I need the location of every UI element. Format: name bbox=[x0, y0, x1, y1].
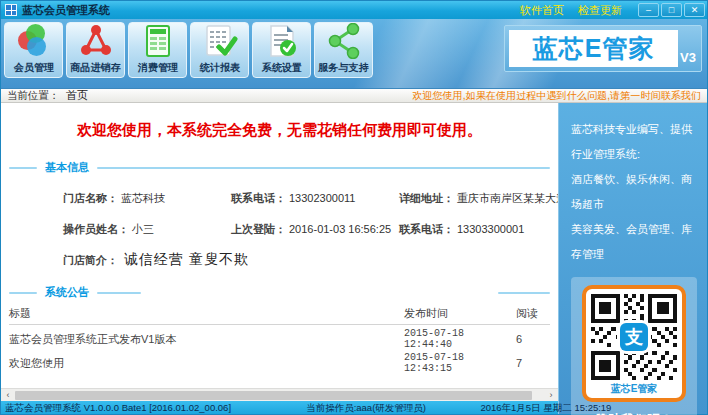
breadcrumb-label: 当前位置： bbox=[7, 88, 59, 102]
announcement-title[interactable]: 蓝芯会员管理系统正式发布V1版本 bbox=[9, 332, 404, 347]
brand-logo-box: 蓝芯E管家 bbox=[509, 30, 678, 67]
welcome-message: 欢迎您使用，本系统完全免费，无需花销任何费用即可使用。 bbox=[1, 121, 558, 140]
toolbar-button-label: 消费管理 bbox=[137, 61, 177, 75]
software-home-link[interactable]: 软件首页 bbox=[520, 3, 564, 18]
basic-info-grid: 门店名称：蓝芯科技 联系电话：13302300011 详细地址：重庆市南岸区某某… bbox=[63, 191, 558, 237]
field-operator-name: 操作员姓名：小三 bbox=[63, 222, 231, 237]
qr-card: 支 蓝芯E管家 bbox=[582, 285, 686, 402]
status-version: 蓝芯会员管理系统 V1.0.0.0 Bate1 [2016.01.02_00.0… bbox=[5, 401, 231, 414]
toolbar-button-label: 商品进销存 bbox=[70, 61, 121, 75]
field-phone1: 联系电话：13302300011 bbox=[231, 191, 399, 206]
check-update-link[interactable]: 检查更新 bbox=[578, 3, 622, 18]
alipay-logo-icon: 支 bbox=[620, 323, 648, 351]
alipay-qr-code: 支 bbox=[591, 294, 677, 380]
settings-check-icon bbox=[264, 23, 300, 59]
toolbar-button-inventory[interactable]: 商品进销存 bbox=[66, 22, 125, 78]
status-operator: 当前操作员:aaa(研发管理员) bbox=[306, 401, 426, 414]
toolbar-button-label: 系统设置 bbox=[261, 61, 301, 75]
status-datetime: 2016年1月5日 星期二 15:25:19 bbox=[480, 401, 611, 414]
col-time: 发布时间 bbox=[404, 306, 516, 321]
announcement-time: 2015-07-18 12:43:15 bbox=[404, 352, 516, 374]
announcements-header-row: 标题 发布时间 阅读 bbox=[9, 306, 550, 325]
announcement-time: 2015-07-18 12:44:40 bbox=[404, 328, 516, 350]
toolbar-button-label: 统计报表 bbox=[199, 61, 239, 75]
app-icon bbox=[5, 4, 17, 16]
inventory-molecule-icon bbox=[78, 23, 114, 59]
qr-caption: 蓝芯E管家 bbox=[611, 382, 658, 396]
section-header-announcements: 系统公告 bbox=[9, 285, 550, 300]
main-toolbar: 会员管理 商品进销存 bbox=[1, 19, 707, 89]
announcement-title[interactable]: 欢迎您使用 bbox=[9, 356, 404, 371]
col-title: 标题 bbox=[9, 306, 404, 321]
brand-logo: 蓝芯E管家 V3 bbox=[504, 25, 702, 72]
main-content: 欢迎您使用，本系统完全免费，无需花销任何费用即可使用。 基本信息 门店名称：蓝芯… bbox=[1, 103, 558, 388]
breadcrumb-home-link[interactable]: 首页 bbox=[66, 88, 88, 103]
members-venn-icon bbox=[16, 23, 52, 59]
minimize-button[interactable]: – bbox=[638, 3, 659, 17]
close-button[interactable]: ✕ bbox=[684, 3, 705, 17]
sidebar-intro-line: 酒店餐饮、娱乐休闲、商场超市 bbox=[571, 167, 697, 217]
announcement-row[interactable]: 欢迎您使用 2015-07-18 12:43:15 7 bbox=[9, 351, 550, 375]
brand-logo-version: V3 bbox=[680, 50, 696, 65]
window-title: 蓝芯会员管理系统 bbox=[22, 3, 110, 18]
right-sidebar: 蓝芯科技专业编写、提供行业管理系统: 酒店餐饮、娱乐休闲、商场超市 美容美发、会… bbox=[558, 103, 707, 414]
toolbar-button-consume[interactable]: 消费管理 bbox=[128, 22, 187, 78]
status-bar: 蓝芯会员管理系统 V1.0.0.0 Bate1 [2016.01.02_00.0… bbox=[1, 401, 558, 414]
horizontal-scrollbar[interactable]: ‹ › bbox=[1, 388, 558, 401]
consume-table-icon bbox=[140, 23, 176, 59]
announcements-table: 标题 发布时间 阅读 蓝芯会员管理系统正式发布V1版本 2015-07-18 1… bbox=[9, 306, 550, 375]
brand-logo-text: 蓝芯E管家 bbox=[533, 32, 655, 65]
field-store-name: 门店名称：蓝芯科技 bbox=[63, 191, 231, 206]
maximize-button[interactable]: □ bbox=[661, 3, 682, 17]
section-title: 系统公告 bbox=[45, 285, 89, 300]
field-store-intro: 门店简介： 诚信经营 童叟不欺 bbox=[63, 251, 558, 269]
field-last-login: 上次登陆：2016-01-03 16:56:25 bbox=[231, 222, 399, 237]
support-share-icon bbox=[326, 23, 362, 59]
col-reads: 阅读 bbox=[516, 306, 550, 321]
toolbar-button-settings[interactable]: 系统设置 bbox=[252, 22, 311, 78]
announcement-reads: 7 bbox=[516, 357, 550, 369]
toolbar-button-label: 会员管理 bbox=[13, 61, 53, 75]
toolbar-button-members[interactable]: 会员管理 bbox=[4, 22, 63, 78]
announcement-reads: 6 bbox=[516, 333, 550, 345]
app-window: 蓝芯会员管理系统 软件首页 检查更新 – □ ✕ 会员管理 商品进销存 bbox=[0, 0, 708, 415]
title-bar: 蓝芯会员管理系统 软件首页 检查更新 – □ ✕ bbox=[1, 1, 707, 19]
scroll-right-arrow-icon[interactable]: › bbox=[544, 389, 558, 402]
section-header-basic-info: 基本信息 bbox=[9, 160, 550, 175]
sidebar-intro-line: 美容美发、会员管理、库存管理 bbox=[571, 217, 697, 267]
field-phone2: 联系电话：13303300001 bbox=[399, 222, 558, 237]
toolbar-button-support[interactable]: 服务与支持 bbox=[314, 22, 373, 78]
breadcrumb: 当前位置： 首页 欢迎您使用,如果在使用过程中遇到什么问题,请第一时间联系我们 bbox=[1, 89, 707, 103]
section-title: 基本信息 bbox=[45, 160, 89, 175]
field-address: 详细地址：重庆市南岸区某某大道1号 bbox=[399, 191, 558, 206]
sidebar-intro: 蓝芯科技专业编写、提供行业管理系统: 酒店餐饮、娱乐休闲、商场超市 美容美发、会… bbox=[559, 103, 707, 267]
announcement-row[interactable]: 蓝芯会员管理系统正式发布V1版本 2015-07-18 12:44:40 6 bbox=[9, 327, 550, 351]
toolbar-button-reports[interactable]: 统计报表 bbox=[190, 22, 249, 78]
toolbar-button-label: 服务与支持 bbox=[318, 61, 369, 75]
horizontal-scrollbar-thumb[interactable] bbox=[15, 391, 532, 400]
sponsor-panel: 支 蓝芯E管家 赞助我们吧！ bbox=[571, 277, 697, 415]
sidebar-intro-line: 蓝芯科技专业编写、提供行业管理系统: bbox=[571, 117, 697, 167]
breadcrumb-notice: 欢迎您使用,如果在使用过程中遇到什么问题,请第一时间联系我们 bbox=[412, 89, 701, 103]
scroll-left-arrow-icon[interactable]: ‹ bbox=[1, 389, 15, 402]
report-check-icon bbox=[202, 23, 238, 59]
